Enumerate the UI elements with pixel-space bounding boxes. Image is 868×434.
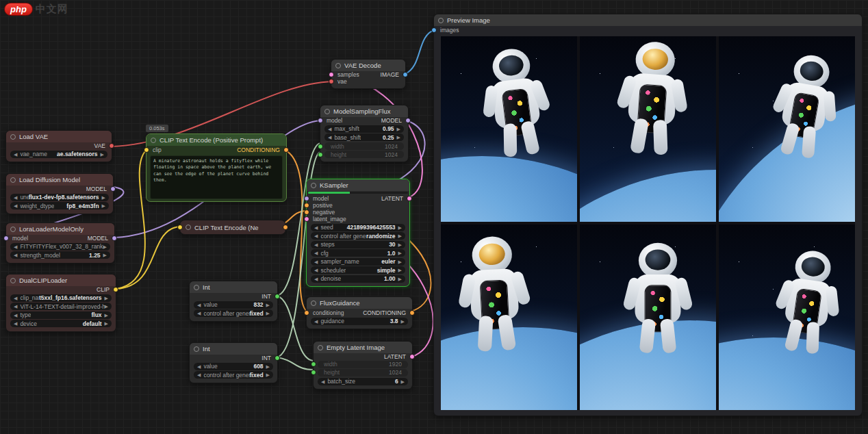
prompt-textarea[interactable]: A minature astronaut holds a fityflex wh… (150, 155, 283, 199)
decrement-icon[interactable]: ◀ (314, 277, 318, 281)
decrement-icon[interactable]: ◀ (321, 379, 324, 384)
vae-input-port[interactable] (329, 79, 334, 84)
node-title[interactable]: KSampler (307, 179, 409, 191)
node-model-sampling-flux[interactable]: ModelSamplingFlux model MODEL ◀ max_shif… (320, 105, 409, 162)
conditioning-output-port[interactable] (409, 310, 415, 316)
image-output-port[interactable] (403, 72, 408, 77)
increment-icon[interactable]: ▶ (398, 268, 402, 272)
latent-output-port[interactable] (409, 354, 415, 359)
widget-control-after-generate[interactable]: ◀ control after generate fixed ▶ (194, 309, 273, 317)
clip-output-port[interactable] (113, 287, 118, 292)
widget-steps[interactable]: ◀ steps 30 ▶ (311, 241, 405, 248)
increment-icon[interactable]: ▶ (102, 203, 105, 208)
decrement-icon[interactable]: ◀ (314, 268, 318, 272)
widget-value[interactable]: ◀ value 832 ▶ (194, 301, 273, 309)
node-clip-text-encode-negative[interactable]: CLIP Text Encode (Ne (179, 220, 286, 235)
increment-icon[interactable]: ▶ (398, 259, 402, 264)
node-int-height[interactable]: Int INT ◀ value 608 ▶ ◀ control after ge… (189, 342, 278, 383)
decrement-icon[interactable]: ◀ (197, 311, 201, 316)
widget-weight-dtype[interactable]: ◀ weight_dtype fp8_e4m3fn ▶ (10, 202, 109, 209)
increment-icon[interactable]: ▶ (105, 313, 108, 318)
increment-icon[interactable]: ▶ (105, 296, 108, 301)
node-empty-latent-image[interactable]: Empty Latent Image LATENT width 1920 hei… (313, 341, 413, 390)
widget-lora-name[interactable]: ◀ FITYFITYFlex_v007_32_8_rank32_bf16 ...… (10, 243, 110, 251)
increment-icon[interactable]: ▶ (397, 127, 400, 131)
decrement-icon[interactable]: ◀ (14, 203, 17, 208)
decrement-icon[interactable]: ◀ (314, 251, 318, 255)
widget-vae-name[interactable]: ◀ vae_name ae.safetensors ▶ (10, 151, 107, 158)
decrement-icon[interactable]: ◀ (14, 321, 17, 326)
node-ksampler[interactable]: KSampler model LATENT positive negative … (306, 179, 410, 287)
collapse-dot-icon[interactable] (186, 225, 191, 230)
widget-guidance[interactable]: ◀ guidance 3.8 ▶ (311, 318, 408, 325)
node-title[interactable]: Load VAE (6, 131, 112, 142)
node-lora-loader[interactable]: LoraLoaderModelOnly model MODEL ◀ FITYFI… (5, 222, 115, 264)
node-title[interactable]: DualCLIPLoader (6, 275, 116, 286)
node-title[interactable]: FluxGuidance (307, 297, 412, 309)
widget-clip-name2[interactable]: ◀ ViT-L-14-TEXT-detail-improved-hiT-GmP-… (10, 303, 112, 310)
node-title[interactable]: VAE Decode (331, 60, 405, 71)
latent-image-input-port[interactable] (304, 216, 309, 222)
increment-icon[interactable]: ▶ (266, 364, 270, 369)
node-load-diffusion-model[interactable]: Load Diffusion Model MODEL ◀ unet_name f… (5, 173, 114, 214)
increment-icon[interactable]: ▶ (266, 303, 270, 307)
increment-icon[interactable]: ▶ (103, 253, 107, 257)
int-output-port[interactable] (275, 294, 280, 299)
increment-icon[interactable]: ▶ (103, 244, 107, 249)
latent-output-port[interactable] (407, 196, 412, 201)
increment-icon[interactable]: ▶ (401, 379, 405, 384)
decrement-icon[interactable]: ◀ (14, 152, 17, 157)
node-title[interactable]: LoraLoaderModelOnly (6, 223, 114, 235)
decrement-icon[interactable]: ◀ (197, 303, 201, 307)
increment-icon[interactable]: ▶ (266, 372, 270, 377)
images-input-port[interactable] (431, 27, 437, 33)
node-title[interactable]: Empty Latent Image (314, 342, 412, 353)
decrement-icon[interactable]: ◀ (197, 364, 201, 369)
node-title[interactable]: ModelSamplingFlux (320, 105, 408, 117)
model-input-port[interactable] (304, 196, 309, 201)
model-output-port[interactable] (112, 235, 117, 241)
increment-icon[interactable]: ▶ (398, 251, 402, 255)
increment-icon[interactable]: ▶ (105, 321, 108, 326)
decrement-icon[interactable]: ◀ (14, 313, 17, 318)
node-int-width[interactable]: Int INT ◀ value 832 ▶ ◀ control after ge… (189, 281, 278, 322)
widget-control-after-generate[interactable]: ◀ control after generate randomize ▶ (311, 232, 405, 240)
vae-output-port[interactable] (109, 143, 114, 149)
node-flux-guidance[interactable]: FluxGuidance conditioning CONDITIONING ◀… (306, 296, 413, 329)
widget-base-shift[interactable]: ◀ base_shift 0.25 ▶ (324, 133, 404, 141)
node-dual-clip-loader[interactable]: DualCLIPLoader CLIP ◀ clip_name1 t5xxl_f… (5, 274, 116, 332)
widget-strength-model[interactable]: ◀ strength_model 1.25 ▶ (10, 251, 110, 259)
width-input-port[interactable] (311, 361, 316, 367)
decrement-icon[interactable]: ◀ (314, 259, 318, 264)
samples-input-port[interactable] (329, 72, 334, 77)
widget-unet-name[interactable]: ◀ unet_name flux1-dev-fp8.safetensors ▶ (10, 194, 109, 201)
model-output-port[interactable] (110, 186, 116, 192)
node-clip-text-encode-positive[interactable]: CLIP Text Encode (Positive Prompt) clip … (146, 133, 287, 202)
increment-icon[interactable]: ▶ (398, 225, 402, 230)
increment-icon[interactable]: ▶ (266, 311, 270, 316)
negative-input-port[interactable] (304, 209, 309, 215)
clip-input-port[interactable] (177, 225, 183, 230)
increment-icon[interactable]: ▶ (401, 319, 405, 324)
height-input-port[interactable] (311, 370, 316, 375)
node-preview-image[interactable]: Preview Image images (433, 14, 863, 416)
decrement-icon[interactable]: ◀ (14, 244, 17, 249)
decrement-icon[interactable]: ◀ (328, 135, 331, 140)
conditioning-output-port[interactable] (283, 225, 288, 230)
widget-denoise[interactable]: ◀ denoise 1.00 ▶ (311, 275, 405, 283)
widget-sampler-name[interactable]: ◀ sampler_name euler ▶ (311, 258, 405, 266)
widget-scheduler[interactable]: ◀ scheduler simple ▶ (311, 266, 405, 274)
widget-type[interactable]: ◀ type flux ▶ (10, 311, 112, 319)
node-title[interactable]: Load Diffusion Model (6, 174, 113, 186)
increment-icon[interactable]: ▶ (102, 195, 105, 200)
decrement-icon[interactable]: ◀ (14, 296, 17, 301)
increment-icon[interactable]: ▶ (398, 242, 402, 247)
decrement-icon[interactable]: ◀ (14, 304, 17, 309)
decrement-icon[interactable]: ◀ (197, 372, 201, 377)
node-title[interactable]: Int (190, 343, 277, 355)
node-load-vae[interactable]: Load VAE VAE ◀ vae_name ae.safetensors ▶ (5, 130, 112, 162)
decrement-icon[interactable]: ◀ (314, 225, 318, 230)
decrement-icon[interactable]: ◀ (314, 319, 318, 324)
increment-icon[interactable]: ▶ (398, 277, 402, 281)
increment-icon[interactable]: ▶ (101, 152, 104, 157)
